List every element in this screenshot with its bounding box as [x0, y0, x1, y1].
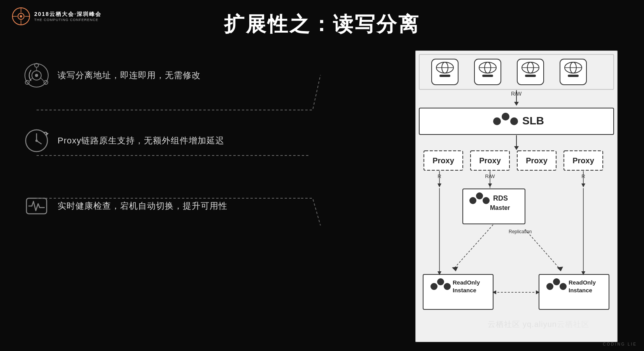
svg-rect-42	[560, 59, 586, 85]
svg-point-52	[502, 113, 509, 120]
svg-point-86	[430, 283, 438, 290]
connection-icon	[23, 62, 50, 89]
svg-line-15	[40, 78, 44, 81]
svg-rect-46	[568, 75, 579, 77]
svg-point-51	[493, 117, 501, 125]
svg-rect-37	[517, 59, 544, 85]
diagram-svg: R/W SLB Proxy Proxy Proxy Proxy R R/W R	[415, 51, 618, 342]
svg-text:Replication: Replication	[509, 229, 532, 234]
dotted-line-3	[37, 194, 309, 210]
svg-point-88	[444, 283, 451, 290]
bullet-text-2: Proxy链路原生支持，无额外组件增加延迟	[58, 135, 224, 147]
svg-text:Proxy: Proxy	[572, 156, 594, 165]
clock-icon	[23, 127, 50, 154]
svg-point-94	[546, 283, 553, 290]
svg-text:ReadOnly: ReadOnly	[453, 279, 480, 286]
svg-point-95	[553, 278, 560, 285]
svg-point-76	[476, 192, 483, 199]
svg-point-87	[437, 278, 444, 285]
svg-point-53	[510, 117, 518, 125]
svg-rect-27	[432, 59, 458, 85]
svg-text:Proxy: Proxy	[526, 156, 548, 165]
page-title: 扩展性之：读写分离	[0, 11, 644, 38]
dotted-line-2	[37, 152, 320, 167]
svg-point-75	[469, 197, 476, 204]
dotted-line-1	[37, 106, 320, 122]
svg-text:RDS: RDS	[493, 194, 508, 202]
svg-text:Instance: Instance	[453, 287, 476, 293]
architecture-diagram: R/W SLB Proxy Proxy Proxy Proxy R R/W R	[415, 51, 618, 338]
coding-lie-watermark: CODING LIE	[603, 342, 637, 346]
svg-text:Proxy: Proxy	[432, 156, 454, 165]
svg-text:ReadOnly: ReadOnly	[569, 279, 596, 286]
svg-rect-31	[439, 75, 450, 77]
svg-text:Master: Master	[490, 204, 510, 211]
bullet-item-1: 读写分离地址，即连即用，无需修改	[23, 62, 315, 89]
svg-point-96	[560, 283, 567, 290]
svg-text:Proxy: Proxy	[479, 156, 501, 165]
svg-text:Instance: Instance	[569, 287, 592, 293]
svg-point-19	[35, 140, 38, 142]
svg-point-77	[483, 197, 490, 204]
svg-rect-41	[525, 75, 536, 77]
svg-point-9	[35, 74, 38, 77]
bullet-text-1: 读写分离地址，即连即用，无需修改	[58, 70, 201, 81]
svg-rect-32	[474, 59, 501, 85]
bullet-item-2: Proxy链路原生支持，无额外组件增加延迟	[23, 127, 315, 154]
svg-text:SLB: SLB	[522, 115, 544, 127]
svg-rect-36	[482, 75, 493, 77]
